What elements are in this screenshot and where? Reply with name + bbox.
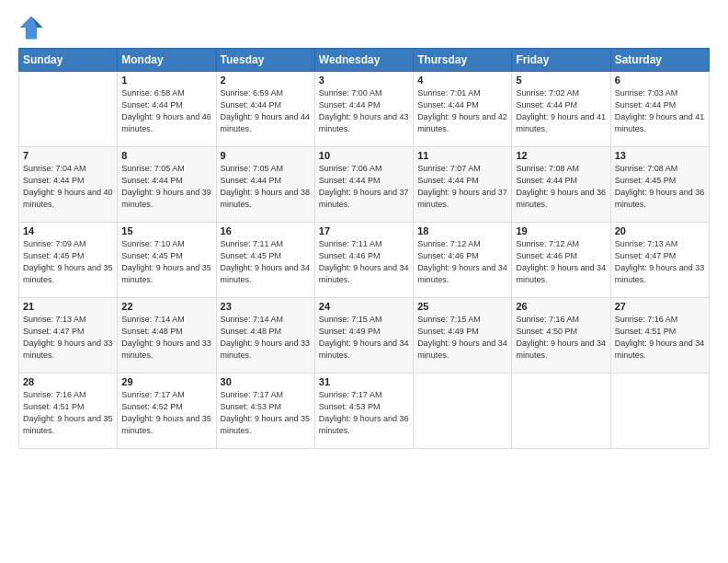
weekday-header-sunday: Sunday [19,49,118,72]
calendar-cell: 21Sunrise: 7:13 AMSunset: 4:47 PMDayligh… [19,298,118,373]
day-number: 27 [615,301,705,312]
day-number: 22 [121,301,211,312]
day-info: Sunrise: 7:16 AMSunset: 4:51 PMDaylight:… [23,389,113,437]
day-number: 6 [615,75,705,86]
calendar-cell: 12Sunrise: 7:08 AMSunset: 4:44 PMDayligh… [512,147,610,223]
day-number: 11 [417,150,507,161]
calendar-cell: 31Sunrise: 7:17 AMSunset: 4:53 PMDayligh… [314,373,413,449]
calendar-cell: 1Sunrise: 6:58 AMSunset: 4:44 PMDaylight… [118,72,216,147]
day-number: 30 [221,376,311,387]
calendar-cell: 14Sunrise: 7:09 AMSunset: 4:45 PMDayligh… [19,223,118,298]
day-info: Sunrise: 7:01 AMSunset: 4:44 PMDaylight:… [417,87,507,135]
day-number: 18 [417,225,507,236]
day-info: Sunrise: 7:15 AMSunset: 4:49 PMDaylight:… [417,314,507,362]
calendar-week-0: 1Sunrise: 6:58 AMSunset: 4:44 PMDaylight… [19,72,710,147]
day-info: Sunrise: 7:05 AMSunset: 4:44 PMDaylight:… [121,163,211,211]
day-info: Sunrise: 7:06 AMSunset: 4:44 PMDaylight:… [319,163,409,211]
day-number: 28 [23,376,113,387]
day-info: Sunrise: 6:59 AMSunset: 4:44 PMDaylight:… [221,87,311,135]
day-number: 24 [319,301,409,312]
calendar-cell: 18Sunrise: 7:12 AMSunset: 4:46 PMDayligh… [414,223,512,298]
day-number: 1 [121,75,211,86]
calendar-cell: 29Sunrise: 7:17 AMSunset: 4:52 PMDayligh… [118,373,216,449]
day-info: Sunrise: 7:17 AMSunset: 4:53 PMDaylight:… [221,389,311,437]
calendar-cell: 16Sunrise: 7:11 AMSunset: 4:45 PMDayligh… [216,223,314,298]
day-number: 16 [221,225,311,236]
day-info: Sunrise: 7:11 AMSunset: 4:46 PMDaylight:… [319,238,409,286]
weekday-header-row: SundayMondayTuesdayWednesdayThursdayFrid… [19,49,710,72]
calendar-cell: 2Sunrise: 6:59 AMSunset: 4:44 PMDaylight… [216,72,314,147]
day-info: Sunrise: 7:17 AMSunset: 4:52 PMDaylight:… [121,389,211,437]
day-info: Sunrise: 7:13 AMSunset: 4:47 PMDaylight:… [615,238,705,286]
calendar-cell: 25Sunrise: 7:15 AMSunset: 4:49 PMDayligh… [414,298,512,373]
calendar-cell: 9Sunrise: 7:05 AMSunset: 4:44 PMDaylight… [216,147,314,223]
calendar-cell: 6Sunrise: 7:03 AMSunset: 4:44 PMDaylight… [610,72,709,147]
day-number: 25 [417,301,507,312]
calendar-cell: 3Sunrise: 7:00 AMSunset: 4:44 PMDaylight… [314,72,413,147]
calendar-cell [512,373,610,449]
header [18,15,710,40]
calendar-cell: 28Sunrise: 7:16 AMSunset: 4:51 PMDayligh… [19,373,118,449]
calendar-cell: 24Sunrise: 7:15 AMSunset: 4:49 PMDayligh… [314,298,413,373]
calendar-cell: 19Sunrise: 7:12 AMSunset: 4:46 PMDayligh… [512,223,610,298]
day-number: 20 [615,225,705,236]
calendar-cell: 5Sunrise: 7:02 AMSunset: 4:44 PMDaylight… [512,72,610,147]
calendar-cell: 8Sunrise: 7:05 AMSunset: 4:44 PMDaylight… [118,147,216,223]
day-info: Sunrise: 6:58 AMSunset: 4:44 PMDaylight:… [121,87,211,135]
weekday-header-wednesday: Wednesday [314,49,413,72]
day-info: Sunrise: 7:12 AMSunset: 4:46 PMDaylight:… [417,238,507,286]
calendar-week-1: 7Sunrise: 7:04 AMSunset: 4:44 PMDaylight… [19,147,710,223]
logo [18,15,46,40]
calendar-week-4: 28Sunrise: 7:16 AMSunset: 4:51 PMDayligh… [19,373,710,449]
calendar-cell: 13Sunrise: 7:08 AMSunset: 4:45 PMDayligh… [610,147,709,223]
day-info: Sunrise: 7:09 AMSunset: 4:45 PMDaylight:… [23,238,113,286]
calendar-cell: 26Sunrise: 7:16 AMSunset: 4:50 PMDayligh… [512,298,610,373]
day-number: 10 [319,150,409,161]
day-info: Sunrise: 7:04 AMSunset: 4:44 PMDaylight:… [23,163,113,211]
calendar-cell: 10Sunrise: 7:06 AMSunset: 4:44 PMDayligh… [314,147,413,223]
calendar-cell: 11Sunrise: 7:07 AMSunset: 4:44 PMDayligh… [414,147,512,223]
day-info: Sunrise: 7:00 AMSunset: 4:44 PMDaylight:… [319,87,409,135]
day-number: 26 [516,301,606,312]
day-info: Sunrise: 7:16 AMSunset: 4:50 PMDaylight:… [516,314,606,362]
day-info: Sunrise: 7:11 AMSunset: 4:45 PMDaylight:… [221,238,311,286]
day-info: Sunrise: 7:03 AMSunset: 4:44 PMDaylight:… [615,87,705,135]
day-number: 23 [221,301,311,312]
day-info: Sunrise: 7:15 AMSunset: 4:49 PMDaylight:… [319,314,409,362]
weekday-header-thursday: Thursday [414,49,512,72]
day-info: Sunrise: 7:17 AMSunset: 4:53 PMDaylight:… [319,389,409,437]
day-info: Sunrise: 7:10 AMSunset: 4:45 PMDaylight:… [121,238,211,286]
day-number: 15 [121,225,211,236]
calendar-week-2: 14Sunrise: 7:09 AMSunset: 4:45 PMDayligh… [19,223,710,298]
day-info: Sunrise: 7:05 AMSunset: 4:44 PMDaylight:… [221,163,311,211]
calendar-cell: 22Sunrise: 7:14 AMSunset: 4:48 PMDayligh… [118,298,216,373]
day-number: 14 [23,225,113,236]
calendar-cell: 23Sunrise: 7:14 AMSunset: 4:48 PMDayligh… [216,298,314,373]
day-number: 2 [221,75,311,86]
calendar-cell: 7Sunrise: 7:04 AMSunset: 4:44 PMDaylight… [19,147,118,223]
calendar-table: SundayMondayTuesdayWednesdayThursdayFrid… [18,48,710,449]
calendar-cell: 17Sunrise: 7:11 AMSunset: 4:46 PMDayligh… [314,223,413,298]
day-info: Sunrise: 7:02 AMSunset: 4:44 PMDaylight:… [516,87,606,135]
calendar-cell [610,373,709,449]
day-info: Sunrise: 7:16 AMSunset: 4:51 PMDaylight:… [615,314,705,362]
day-info: Sunrise: 7:13 AMSunset: 4:47 PMDaylight:… [23,314,113,362]
calendar-cell: 20Sunrise: 7:13 AMSunset: 4:47 PMDayligh… [610,223,709,298]
page: SundayMondayTuesdayWednesdayThursdayFrid… [0,0,728,563]
calendar-cell: 30Sunrise: 7:17 AMSunset: 4:53 PMDayligh… [216,373,314,449]
day-number: 31 [319,376,409,387]
day-number: 13 [615,150,705,161]
day-number: 4 [417,75,507,86]
day-number: 29 [121,376,211,387]
logo-icon [18,15,44,40]
calendar-cell: 4Sunrise: 7:01 AMSunset: 4:44 PMDaylight… [414,72,512,147]
day-number: 17 [319,225,409,236]
calendar-cell: 15Sunrise: 7:10 AMSunset: 4:45 PMDayligh… [118,223,216,298]
day-number: 8 [121,150,211,161]
weekday-header-monday: Monday [118,49,216,72]
day-number: 5 [516,75,606,86]
day-info: Sunrise: 7:14 AMSunset: 4:48 PMDaylight:… [221,314,311,362]
day-info: Sunrise: 7:12 AMSunset: 4:46 PMDaylight:… [516,238,606,286]
calendar-cell [19,72,118,147]
day-number: 19 [516,225,606,236]
